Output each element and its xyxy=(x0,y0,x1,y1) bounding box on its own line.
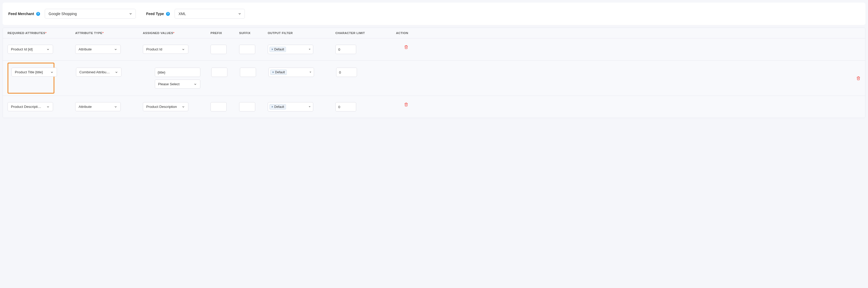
caret-down-icon xyxy=(309,70,312,74)
chevron-down-icon xyxy=(129,12,132,15)
output-filter-select[interactable]: × Default xyxy=(269,68,314,77)
suffix-input[interactable] xyxy=(239,102,255,111)
th-attribute-type: ATTRIBUTE TYPE* xyxy=(75,31,143,35)
feed-merchant-select[interactable]: Google Shopping xyxy=(45,9,136,19)
feed-type-select[interactable]: XML xyxy=(175,9,245,19)
prefix-input[interactable] xyxy=(211,45,227,54)
chevron-down-icon xyxy=(194,82,197,86)
assigned-value-text-input[interactable] xyxy=(155,68,200,77)
svg-marker-2 xyxy=(309,106,311,107)
table-row: Product Id [id] Attribute Product Id xyxy=(3,38,865,61)
attributes-table: REQUIRED ATTRIBUTES* ATTRIBUTE TYPE* ASS… xyxy=(3,28,865,118)
assigned-value-secondary-select[interactable]: Please Select xyxy=(155,79,200,88)
th-output-filter: OUTPUT FILTER xyxy=(268,31,335,35)
feed-merchant-label: Feed Merchant ? xyxy=(8,12,40,16)
output-filter-select[interactable]: × Default xyxy=(268,102,313,111)
help-icon[interactable]: ? xyxy=(36,12,40,16)
character-limit-input[interactable] xyxy=(335,102,356,111)
svg-marker-0 xyxy=(309,49,311,50)
svg-marker-1 xyxy=(310,72,311,73)
chevron-down-icon xyxy=(114,105,117,108)
suffix-input[interactable] xyxy=(239,45,255,54)
remove-tag-icon[interactable]: × xyxy=(272,70,274,74)
character-limit-input[interactable] xyxy=(336,68,357,77)
filter-tag: × Default xyxy=(270,104,286,109)
th-assigned-values: ASSIGNED VALUES* xyxy=(143,31,211,35)
help-icon[interactable]: ? xyxy=(166,12,170,16)
output-filter-select[interactable]: × Default xyxy=(268,45,313,54)
chevron-down-icon xyxy=(115,70,118,74)
delete-row-button[interactable] xyxy=(404,45,408,49)
caret-down-icon xyxy=(308,47,311,51)
remove-tag-icon[interactable]: × xyxy=(271,47,273,51)
prefix-input[interactable] xyxy=(211,68,227,77)
table-row: Product Description [description] Attrib… xyxy=(3,96,865,118)
attribute-type-select[interactable]: Attribute xyxy=(75,102,121,111)
feed-type-label: Feed Type ? xyxy=(146,12,170,16)
assigned-value-select[interactable]: Product Id xyxy=(143,45,188,54)
prefix-input[interactable] xyxy=(211,102,227,111)
th-character-limit: CHARACTER LIMIT xyxy=(335,31,388,35)
chevron-down-icon xyxy=(182,105,185,108)
filter-tag: × Default xyxy=(270,47,286,52)
chevron-down-icon xyxy=(114,47,117,51)
assigned-value-select[interactable]: Product Description xyxy=(143,102,188,111)
th-suffix: SUFFIX xyxy=(239,31,268,35)
feed-settings-card: Feed Merchant ? Google Shopping Feed Typ… xyxy=(3,3,865,25)
chevron-down-icon xyxy=(46,47,50,51)
suffix-input[interactable] xyxy=(240,68,256,77)
highlighted-row-box: Product Title [title] Combined Attribute… xyxy=(7,63,54,94)
th-action: ACTION xyxy=(388,31,408,35)
chevron-down-icon xyxy=(238,12,242,15)
table-header-row: REQUIRED ATTRIBUTES* ATTRIBUTE TYPE* ASS… xyxy=(3,28,865,38)
attribute-type-select[interactable]: Attribute xyxy=(75,45,121,54)
character-limit-input[interactable] xyxy=(335,45,356,54)
th-prefix: PREFIX xyxy=(211,31,239,35)
required-attribute-select[interactable]: Product Id [id] xyxy=(7,45,53,54)
chevron-down-icon xyxy=(182,47,185,51)
required-attribute-select[interactable]: Product Description [description] xyxy=(7,102,53,111)
caret-down-icon xyxy=(308,105,311,109)
th-required-attributes: REQUIRED ATTRIBUTES* xyxy=(7,31,75,35)
table-row: Product Title [title] Combined Attribute… xyxy=(3,61,865,96)
feed-type-group: Feed Type ? XML xyxy=(146,9,245,19)
remove-tag-icon[interactable]: × xyxy=(271,105,273,109)
chevron-down-icon xyxy=(46,105,50,108)
chevron-down-icon xyxy=(50,70,54,74)
attribute-type-select[interactable]: Combined Attributes xyxy=(76,68,122,77)
delete-row-button[interactable] xyxy=(404,102,408,107)
filter-tag: × Default xyxy=(270,70,287,75)
required-attribute-select[interactable]: Product Title [title] xyxy=(11,68,57,77)
delete-row-button[interactable] xyxy=(856,76,861,80)
feed-merchant-group: Feed Merchant ? Google Shopping xyxy=(8,9,136,19)
